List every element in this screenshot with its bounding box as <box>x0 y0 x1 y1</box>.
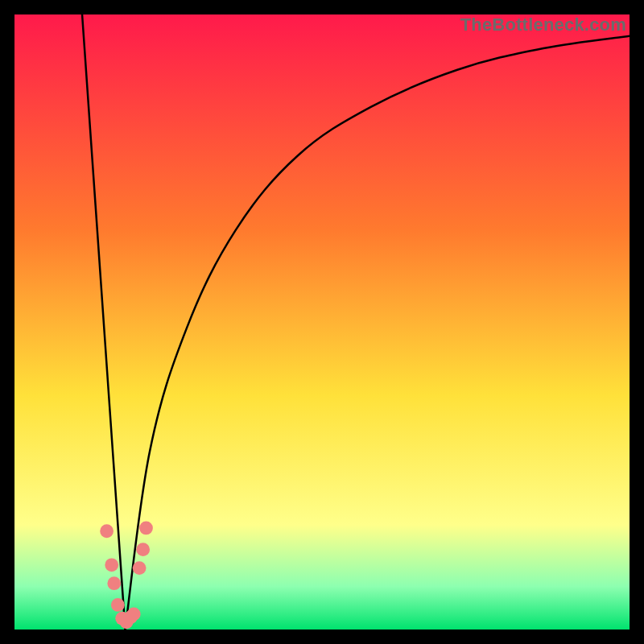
plot-area: TheBottleneck.com <box>14 14 630 630</box>
data-dot <box>105 558 118 572</box>
data-dot <box>107 576 121 590</box>
data-dot <box>111 598 125 612</box>
data-dot <box>133 561 147 575</box>
chart-frame: TheBottleneck.com <box>0 0 644 644</box>
chart-svg <box>14 14 630 630</box>
data-dot <box>100 524 114 538</box>
data-dot <box>139 522 153 535</box>
watermark-text: TheBottleneck.com <box>460 14 626 35</box>
data-dot <box>136 543 150 556</box>
data-dot <box>127 607 141 621</box>
